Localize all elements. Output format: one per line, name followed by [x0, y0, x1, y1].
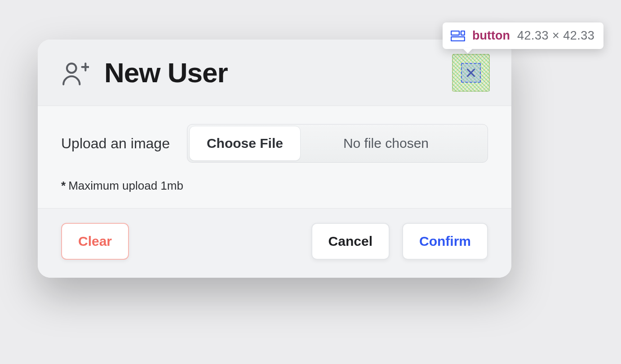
modal-header: New User — [38, 40, 511, 106]
new-user-modal: New User Upload an image Choose File — [38, 40, 511, 278]
modal-body: Upload an image Choose File No file chos… — [38, 106, 511, 209]
hint-asterisk: * — [61, 179, 66, 192]
tooltip-element-tag: button — [472, 29, 510, 43]
modal-footer: Clear Cancel Confirm — [38, 209, 511, 278]
user-plus-icon — [61, 59, 89, 87]
svg-point-3 — [67, 63, 76, 73]
confirm-button[interactable]: Confirm — [402, 223, 488, 260]
file-status-text: No file chosen — [302, 136, 488, 151]
close-icon — [465, 67, 477, 79]
tooltip-dimensions: 42.33 × 42.33 — [517, 29, 594, 43]
flex-layout-icon — [451, 31, 465, 41]
cancel-button[interactable]: Cancel — [311, 223, 390, 260]
upload-label: Upload an image — [61, 135, 170, 152]
clear-button[interactable]: Clear — [61, 223, 129, 260]
svg-rect-1 — [461, 31, 465, 35]
upload-row: Upload an image Choose File No file chos… — [61, 124, 488, 163]
svg-rect-2 — [451, 37, 465, 41]
file-input[interactable]: Choose File No file chosen — [187, 124, 488, 163]
upload-hint: *Maximum upload 1mb — [61, 179, 488, 193]
close-button[interactable] — [461, 63, 481, 83]
devtools-tooltip: button 42.33 × 42.33 — [443, 22, 603, 49]
close-button-inspect-highlight — [452, 54, 490, 92]
svg-rect-0 — [451, 31, 459, 35]
hint-text: Maximum upload 1mb — [68, 179, 183, 192]
modal-title: New User — [104, 57, 228, 89]
choose-file-button[interactable]: Choose File — [189, 126, 301, 161]
